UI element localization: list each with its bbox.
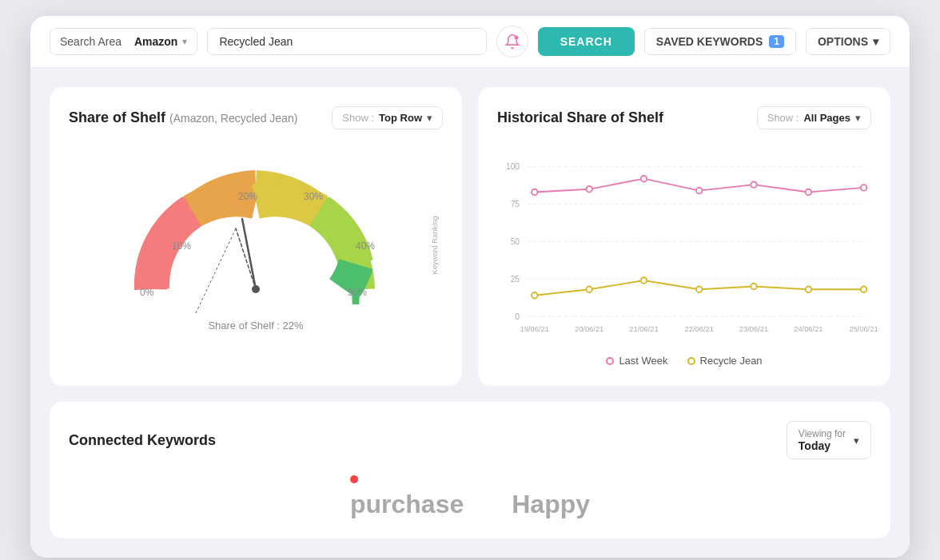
xtick-5: 24/06/21 [794,325,822,333]
search-input[interactable] [219,35,474,48]
saved-keywords-badge: 1 [769,35,784,48]
legend-last-week: Last Week [606,355,667,367]
pct-40: 40% [356,240,375,252]
show-all-pages-selector[interactable]: Show : All Pages ▾ [757,106,871,129]
yellow-dot-6 [861,286,866,292]
ytick-25: 25 [511,275,520,284]
pink-dot-3 [696,188,702,193]
ytick-75: 75 [511,200,520,209]
gauge-svg: 0% 10% 20% 30% 40% 50% Last Week Benchma… [120,153,392,313]
panels-row: Share of Shelf (Amazon, Recycled Jean) S… [50,87,890,386]
share-of-shelf-panel: Share of Shelf (Amazon, Recycled Jean) S… [50,87,462,386]
gauge-value-label: Share of Shelf : 22% [208,320,303,332]
show-top-row-chevron-icon: ▾ [427,112,432,124]
show-top-row-selector[interactable]: Show : Top Row ▾ [332,106,443,129]
historical-title: Historical Share of Shelf [497,109,663,126]
chart-legend: Last Week Recycle Jean [497,355,871,367]
show-all-pages-value: All Pages [803,112,850,124]
show-top-row-label: Show : [342,112,374,124]
svg-point-0 [514,36,518,40]
options-chevron-icon: ▾ [873,35,878,48]
notification-bell-button[interactable] [496,26,528,58]
pink-dot-5 [806,189,811,195]
legend-dot-pink [606,357,614,365]
options-button[interactable]: OPTIONS ▾ [806,28,890,55]
gauge-seg5 [344,264,356,289]
search-area-chevron-icon: ▾ [182,36,187,47]
pink-dot-0 [532,189,537,195]
historical-panel: Historical Share of Shelf Show : All Pag… [478,87,890,386]
search-area-value: Amazon [134,35,177,48]
viewing-for-button[interactable]: Viewing for Today ▾ [787,421,871,459]
yellow-dot-1 [586,286,591,292]
options-label: OPTIONS [818,35,868,48]
xtick-3: 22/06/21 [685,325,714,333]
historical-header: Historical Share of Shelf Show : All Pag… [497,106,871,129]
ytick-50: 50 [511,237,520,246]
yellow-dot-4 [751,284,756,289]
pink-dot-2 [641,176,647,181]
benchmark-label-line [196,228,236,313]
saved-keywords-button[interactable]: SAVED KEYWORDS 1 [644,28,796,55]
viewing-for-value: Today [799,439,846,452]
pct-50: 50% [348,287,367,298]
show-all-pages-label: Show : [767,112,799,124]
legend-recycle-jean: Recycle Jean [687,355,763,367]
xtick-2: 21/06/21 [629,325,658,333]
bell-icon [504,34,520,50]
legend-recycle-jean-label: Recycle Jean [700,355,763,367]
ytick-100: 100 [506,162,520,171]
connected-keywords-title: Connected Keywords [69,432,216,449]
viewing-for-content: Viewing for Today [799,428,846,452]
main-content: Share of Shelf (Amazon, Recycled Jean) S… [30,68,910,558]
yellow-dot-0 [532,292,537,298]
legend-last-week-label: Last Week [619,355,667,367]
keywords-preview: purchase Happy [69,475,871,519]
pink-dot-6 [861,185,866,190]
pink-dot-1 [586,186,591,192]
yellow-dot-5 [806,286,811,292]
pct-20: 20% [238,191,257,202]
search-area-selector[interactable]: Search Area Amazon ▾ [50,28,197,55]
ytick-0: 0 [515,312,520,321]
pct-10: 10% [172,240,191,252]
xtick-4: 23/06/21 [739,325,768,333]
share-of-shelf-title: Share of Shelf (Amazon, Recycled Jean) [69,109,297,126]
app-container: Search Area Amazon ▾ SEARCH SAVED KEYWOR… [30,16,910,558]
gauge-container: 0% 10% 20% 30% 40% 50% Last Week Benchma… [69,145,443,332]
show-all-pages-chevron-icon: ▾ [855,112,861,124]
share-of-shelf-header: Share of Shelf (Amazon, Recycled Jean) S… [69,106,443,129]
connected-keywords-header: Connected Keywords Viewing for Today ▾ [69,421,871,459]
yellow-dot-3 [696,286,702,292]
pct-0: 0% [140,287,154,298]
viewing-for-chevron-icon: ▾ [854,435,859,447]
yellow-dot-2 [641,277,647,283]
search-input-wrap[interactable] [207,28,486,55]
pct-30: 30% [304,191,323,202]
saved-keywords-label: SAVED KEYWORDS [656,35,763,48]
top-bar: Search Area Amazon ▾ SEARCH SAVED KEYWOR… [30,16,910,68]
pink-dot-4 [751,181,756,187]
historical-chart-svg: Keyword Ranking 100 75 50 25 0 19/06/2 [497,145,871,345]
xtick-1: 20/06/21 [575,325,603,333]
show-top-row-value: Top Row [379,112,422,124]
gauge-wrap: 0% 10% 20% 30% 40% 50% Last Week Benchma… [120,153,392,313]
keyword-purchase: purchase [350,475,464,519]
xtick-0: 19/06/21 [520,325,549,333]
legend-dot-yellow [687,357,695,365]
search-area-label: Search Area [60,35,121,48]
viewing-for-label: Viewing for [799,428,846,439]
connected-keywords-panel: Connected Keywords Viewing for Today ▾ p… [50,402,890,538]
xtick-6: 25/06/21 [849,325,878,333]
gauge-seg4 [319,211,356,264]
keyword-happy: Happy [512,475,590,519]
share-of-shelf-subtitle: (Amazon, Recycled Jean) [169,112,297,125]
search-button[interactable]: SEARCH [538,27,635,56]
